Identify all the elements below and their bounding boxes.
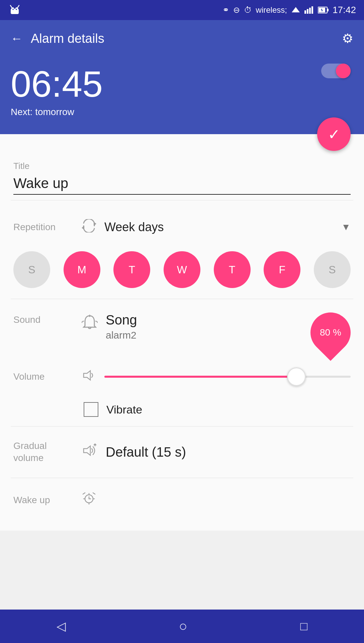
save-fab[interactable]: ✓ xyxy=(317,117,351,151)
svg-point-4 xyxy=(16,9,17,10)
signal-icon xyxy=(304,6,314,14)
dnd-icon: ⊖ xyxy=(233,5,240,15)
volume-section: Volume xyxy=(11,363,353,395)
alarm-header: 06:45 Next: tomorrow ✓ xyxy=(0,57,364,134)
wakeup-icon xyxy=(82,491,96,509)
volume-label: Volume xyxy=(13,371,74,382)
day-sunday[interactable]: S xyxy=(13,251,50,288)
svg-line-5 xyxy=(10,5,12,7)
svg-rect-8 xyxy=(304,10,306,14)
wifi-icon xyxy=(291,6,300,14)
status-bar: ⚭ ⊖ ⏱ wireless; 17:42 xyxy=(0,0,364,20)
svg-point-3 xyxy=(12,9,14,10)
back-button[interactable]: ← xyxy=(11,31,23,45)
wakeup-section[interactable]: Wake up xyxy=(11,481,353,520)
svg-rect-13 xyxy=(327,9,329,11)
volume-percent-bubble: 80 % xyxy=(320,327,341,338)
gradual-label: Gradualvolume xyxy=(13,441,47,463)
slider-thumb[interactable] xyxy=(287,367,306,386)
svg-rect-10 xyxy=(309,8,311,14)
alarm-next: Next: tomorrow xyxy=(11,107,353,117)
page-title: Alarm details xyxy=(31,31,104,46)
main-content: Title Repetition Week days ▼ S M T W T F… xyxy=(0,134,364,531)
status-bar-icons: ⚭ ⊖ ⏱ wireless; 17:42 xyxy=(222,5,356,15)
svg-line-6 xyxy=(18,5,19,7)
volume-up-icon xyxy=(82,443,98,461)
vibrate-section: Vibrate xyxy=(11,395,353,424)
dropdown-arrow-icon: ▼ xyxy=(341,222,351,233)
gradual-volume-section[interactable]: Gradualvolume Default (15 s) xyxy=(11,429,353,475)
repetition-label: Repetition xyxy=(13,222,74,233)
app-bar-left: ← Alarm details xyxy=(11,31,104,46)
repetition-dropdown[interactable]: Week days ▼ xyxy=(104,220,351,234)
sound-name: alarm2 xyxy=(106,330,302,341)
toggle-container xyxy=(321,64,351,78)
svg-marker-7 xyxy=(292,7,300,12)
svg-marker-19 xyxy=(82,226,84,230)
nav-recents-button[interactable]: □ xyxy=(300,619,307,633)
svg-marker-22 xyxy=(84,446,90,455)
gradual-label-col: Gradualvolume xyxy=(13,440,74,464)
battery-icon xyxy=(318,6,329,14)
vibrate-label: Vibrate xyxy=(106,403,142,416)
alarm-time[interactable]: 06:45 xyxy=(11,64,353,104)
toggle-thumb xyxy=(336,64,351,78)
title-label: Title xyxy=(13,161,351,171)
svg-rect-2 xyxy=(11,9,19,14)
day-tuesday[interactable]: T xyxy=(113,251,150,288)
repetition-value: Week days xyxy=(104,220,164,234)
days-row: S M T W T F S xyxy=(11,243,353,296)
status-bar-left xyxy=(8,3,21,17)
check-icon: ✓ xyxy=(328,126,340,143)
alarm-status-icon: ⏱ xyxy=(244,5,252,15)
volume-bubble: 80 % xyxy=(302,304,359,361)
repeat-icon xyxy=(82,219,96,235)
volume-icon xyxy=(82,369,96,385)
alarm-toggle[interactable] xyxy=(321,64,351,78)
slider-fill xyxy=(104,376,301,378)
vibrate-checkbox[interactable] xyxy=(84,402,98,417)
day-wednesday[interactable]: W xyxy=(164,251,200,288)
day-friday[interactable]: F xyxy=(264,251,300,288)
nav-bar: ◁ ○ □ xyxy=(0,610,364,643)
repetition-section: Repetition Week days ▼ xyxy=(11,211,353,243)
android-icon xyxy=(8,3,21,17)
wifi-icon: wireless; xyxy=(256,5,287,15)
status-time: 17:42 xyxy=(333,5,356,15)
app-bar: ← Alarm details ⚙ xyxy=(0,20,364,57)
day-saturday[interactable]: S xyxy=(314,251,351,288)
title-input[interactable] xyxy=(13,175,351,193)
sound-type: Song xyxy=(106,312,302,328)
volume-slider[interactable] xyxy=(104,376,351,378)
sound-label: Sound xyxy=(13,314,40,325)
sound-label-col: Sound xyxy=(13,312,74,325)
svg-rect-11 xyxy=(311,6,313,14)
settings-button[interactable]: ⚙ xyxy=(342,31,353,46)
title-section: Title xyxy=(11,154,353,200)
sound-info: Song alarm2 xyxy=(106,312,302,341)
nav-back-button[interactable]: ◁ xyxy=(57,619,66,633)
slider-track xyxy=(104,376,351,378)
title-underline xyxy=(13,194,351,195)
nav-home-button[interactable]: ○ xyxy=(179,618,187,634)
wakeup-label: Wake up xyxy=(13,495,74,506)
bluetooth-icon: ⚭ xyxy=(222,5,229,15)
svg-rect-9 xyxy=(307,9,308,14)
gradual-value: Default (15 s) xyxy=(106,445,186,460)
svg-marker-18 xyxy=(94,222,96,226)
divider-2 xyxy=(11,426,353,427)
alarm-bell-icon xyxy=(82,312,98,334)
volume-tooltip-container: 80 % xyxy=(310,312,351,353)
day-thursday[interactable]: T xyxy=(214,251,251,288)
divider-1 xyxy=(11,299,353,299)
sound-section[interactable]: Sound Song alarm2 80 % xyxy=(11,302,353,363)
day-monday[interactable]: M xyxy=(64,251,100,288)
divider-3 xyxy=(11,478,353,478)
svg-marker-21 xyxy=(84,371,90,380)
